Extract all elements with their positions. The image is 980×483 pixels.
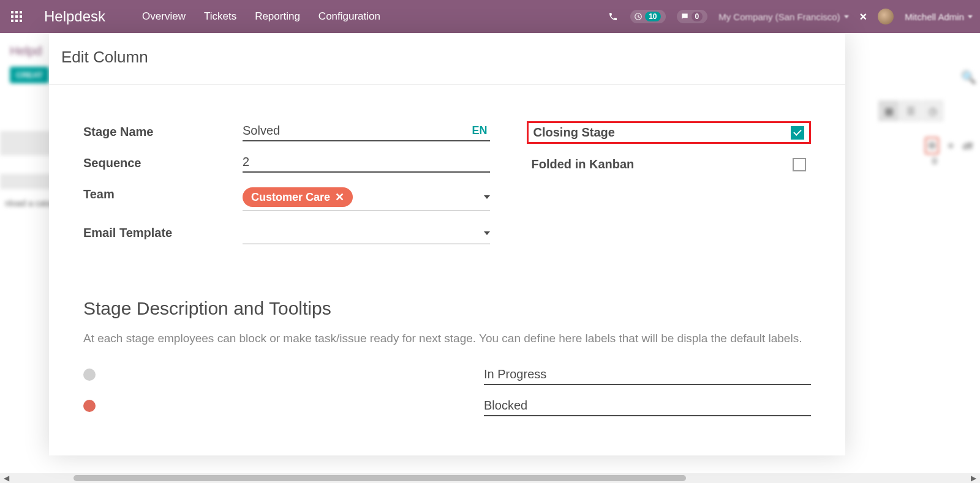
closing-stage-label: Closing Stage (533, 125, 615, 140)
svg-rect-7 (15, 20, 18, 22)
scroll-left-icon[interactable]: ◀ (4, 474, 9, 482)
team-tag: Customer Care ✕ (243, 187, 353, 207)
email-template-label: Email Template (83, 222, 243, 240)
search-icon[interactable]: 🔍 (961, 70, 976, 84)
top-nav: Helpdesk Overview Tickets Reporting Conf… (0, 0, 980, 33)
activity-indicator[interactable]: 10 (630, 10, 665, 23)
message-count: 0 (692, 12, 703, 21)
gear-icon[interactable]: ⚙ (925, 137, 939, 154)
column-name[interactable]: dff (963, 141, 973, 151)
svg-rect-0 (11, 11, 13, 13)
app-brand[interactable]: Helpdesk (44, 8, 105, 25)
phone-icon[interactable] (607, 10, 619, 23)
user-menu[interactable]: Mitchell Admin (905, 12, 973, 22)
svg-rect-1 (15, 11, 18, 13)
activity-count: 10 (645, 12, 660, 21)
status-row-blocked (83, 396, 811, 416)
stage-name-input[interactable] (243, 121, 470, 140)
nav-menu: Overview Tickets Reporting Configuration (142, 10, 380, 23)
nav-overview[interactable]: Overview (142, 10, 186, 23)
closing-stage-row: Closing Stage (527, 121, 811, 144)
form-right-column: Closing Stage Folded in Kanban (527, 121, 811, 255)
form-left-column: Stage Name EN Sequence Team (83, 121, 490, 255)
user-name-label: Mitchell Admin (905, 12, 964, 22)
kanban-column-header: ⚙ + dff (925, 137, 973, 154)
language-button[interactable]: EN (470, 124, 490, 137)
company-name: My Company (San Francisco) (718, 12, 840, 22)
kanban-view-icon[interactable]: ▦ (878, 100, 899, 121)
activity-view-icon[interactable]: ◷ (922, 100, 943, 121)
team-tag-label: Customer Care (251, 191, 330, 204)
nav-configuration[interactable]: Configuration (318, 10, 380, 23)
nav-reporting[interactable]: Reporting (255, 10, 300, 23)
caret-down-icon (844, 15, 849, 18)
avatar[interactable] (878, 9, 894, 24)
folded-kanban-row: Folded in Kanban (527, 157, 811, 171)
view-switcher: ▦ ☰ ◷ (878, 100, 943, 121)
svg-rect-4 (15, 15, 18, 18)
message-indicator[interactable]: 0 (677, 10, 708, 23)
closing-stage-checkbox[interactable] (791, 126, 804, 140)
caret-down-icon (484, 231, 490, 235)
folded-kanban-checkbox[interactable] (793, 158, 806, 171)
status-dot-red-icon (83, 400, 96, 412)
status-dot-grey-icon (83, 369, 96, 381)
caret-down-icon (968, 15, 973, 18)
load-catalog-link[interactable]: nload a cata (5, 198, 51, 208)
column-count: 0 (932, 155, 937, 166)
svg-rect-8 (20, 20, 22, 22)
nav-right: 10 0 My Company (San Francisco) × Mitche… (607, 9, 973, 24)
modal-title: Edit Column (49, 33, 845, 84)
add-column-icon[interactable]: + (948, 140, 954, 152)
sequence-label: Sequence (83, 152, 243, 170)
status-blocked-input[interactable] (484, 396, 811, 416)
folded-kanban-label: Folded in Kanban (532, 157, 635, 171)
section-description: At each stage employees can block or mak… (83, 330, 811, 348)
svg-rect-6 (11, 20, 13, 22)
sequence-input[interactable] (243, 152, 490, 173)
section-heading: Stage Description and Tooltips (83, 298, 811, 319)
company-switcher[interactable]: My Company (San Francisco) (718, 12, 848, 22)
close-icon[interactable]: × (860, 10, 867, 24)
svg-rect-3 (11, 15, 13, 18)
horizontal-scrollbar[interactable]: ◀ ▶ (0, 473, 980, 483)
nav-tickets[interactable]: Tickets (204, 10, 236, 23)
scroll-right-icon[interactable]: ▶ (971, 474, 976, 482)
create-button[interactable]: CREAT (10, 67, 49, 83)
caret-down-icon (484, 195, 490, 199)
status-normal-input[interactable] (484, 365, 811, 385)
svg-rect-2 (20, 11, 22, 13)
status-row-normal (83, 365, 811, 385)
tag-remove-icon[interactable]: ✕ (335, 190, 344, 204)
stage-name-label: Stage Name (83, 121, 243, 139)
team-select[interactable]: Customer Care ✕ (243, 184, 490, 211)
edit-column-modal: Edit Column Stage Name EN Sequence (49, 33, 845, 455)
email-template-select[interactable] (243, 222, 490, 244)
svg-rect-5 (20, 15, 22, 18)
team-label: Team (83, 184, 243, 201)
scrollbar-thumb[interactable] (74, 475, 686, 481)
list-view-icon[interactable]: ☰ (900, 100, 921, 121)
apps-launcher-icon[interactable] (7, 7, 26, 26)
